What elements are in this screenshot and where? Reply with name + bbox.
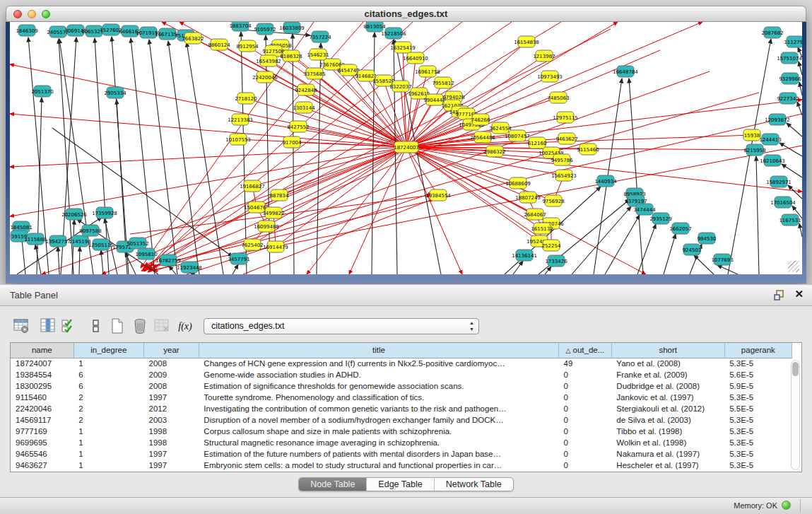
column-header-out_de[interactable]: △out_de... — [559, 343, 612, 358]
table-scrollbar[interactable] — [791, 360, 800, 470]
table-cell[interactable]: 0 — [559, 460, 612, 471]
table-cell[interactable]: 49 — [559, 358, 612, 369]
table-cell[interactable]: 5.3E-5 — [724, 437, 792, 448]
table-cell[interactable]: Tourette syndrome. Phenomenology and cla… — [199, 392, 558, 403]
graph-node[interactable]: 9756928 — [542, 195, 564, 206]
tab-node-table[interactable]: Node Table — [299, 478, 366, 491]
table-cell[interactable]: 1 — [73, 426, 143, 437]
graph-node[interactable]: 9105972 — [254, 23, 276, 35]
table-cell[interactable]: Dudbridge et al. (2008) — [611, 380, 724, 392]
table-row[interactable]: 1938455462009Genome-wide association stu… — [11, 369, 792, 380]
table-cell[interactable]: 9465546 — [11, 448, 73, 460]
float-panel-icon[interactable] — [774, 290, 785, 301]
table-cell[interactable]: 19384554 — [11, 369, 73, 380]
graph-node[interactable]: 1662057 — [669, 223, 691, 234]
graph-node[interactable]: 16961758 — [415, 66, 440, 77]
table-cell[interactable]: 1 — [73, 358, 143, 369]
function-builder-icon[interactable]: f(x) — [175, 317, 195, 337]
graph-node[interactable]: 9495786 — [551, 154, 573, 165]
table-cell[interactable]: Investigating the contribution of common… — [199, 403, 558, 414]
graph-node[interactable]: 12213383 — [228, 114, 253, 125]
table-cell[interactable]: 5.3E-5 — [724, 358, 792, 369]
graph-node[interactable]: 1095810 — [135, 248, 157, 259]
graph-node[interactable]: 1546231 — [307, 49, 329, 60]
close-window-button[interactable] — [13, 10, 22, 18]
table-cell[interactable]: 5.3E-5 — [724, 414, 792, 426]
table-cell[interactable]: 5.9E-5 — [724, 380, 792, 392]
tab-edge-table[interactable]: Edge Table — [366, 478, 433, 491]
table-cell[interactable]: 2008 — [144, 380, 199, 392]
column-header-title[interactable]: title — [199, 343, 558, 358]
tab-network-table[interactable]: Network Table — [434, 478, 513, 491]
graph-node[interactable]: 16640910 — [403, 52, 428, 64]
table-cell[interactable]: 0 — [559, 369, 612, 380]
graph-node[interactable]: 1440934 — [594, 175, 617, 187]
delete-table-icon[interactable] — [152, 317, 172, 337]
table-cell[interactable]: Wolkin et al. (1998) — [611, 437, 724, 448]
table-cell[interactable]: 2003 — [144, 414, 199, 426]
create-column-icon[interactable] — [107, 317, 127, 337]
table-cell[interactable]: 1997 — [144, 460, 199, 471]
graph-node[interactable]: 20206526 — [61, 209, 87, 220]
graph-node[interactable]: 9463627 — [555, 133, 577, 144]
graph-node[interactable]: 2087682 — [761, 27, 783, 38]
table-cell[interactable]: Estimation of the future numbers of pati… — [199, 448, 558, 460]
graph-node[interactable]: 22420046 — [252, 71, 278, 83]
table-cell[interactable]: Estimation of significance thresholds fo… — [199, 380, 558, 392]
graph-node[interactable]: 2935129 — [649, 213, 671, 224]
table-row[interactable]: 1456911722003Disruption of a novel membe… — [11, 414, 792, 426]
table-cell[interactable]: 0 — [559, 380, 612, 392]
graph-node[interactable]: 8427552 — [287, 121, 309, 132]
table-cell[interactable]: 0 — [559, 414, 612, 426]
close-panel-icon[interactable]: ✕ — [794, 288, 804, 300]
table-cell[interactable]: 5.6E-5 — [724, 369, 792, 380]
graph-node[interactable]: 2051370 — [31, 86, 53, 97]
graph-node[interactable]: 3624554 — [489, 122, 512, 134]
graph-node[interactable]: 917004 — [283, 136, 302, 148]
graph-node[interactable]: 8860124 — [208, 39, 230, 50]
column-header-year[interactable]: year — [144, 343, 199, 358]
graph-node[interactable]: 1303144 — [293, 102, 315, 113]
table-cell[interactable]: 5.3E-5 — [724, 426, 792, 437]
graph-node[interactable]: 12093872 — [765, 114, 790, 125]
table-cell[interactable]: 5.3E-5 — [724, 448, 792, 460]
graph-node[interactable]: 8912954 — [236, 40, 259, 52]
column-header-pagerank[interactable]: pagerank — [724, 343, 792, 358]
table-row[interactable]: 1830029562008Estimation of significance … — [11, 380, 792, 392]
table-cell[interactable]: Structural magnetic resonance image aver… — [199, 437, 558, 448]
graph-node[interactable]: 1115688 — [24, 233, 46, 245]
table-selector-dropdown[interactable]: citations_edges.txt ▲▼ — [204, 318, 479, 334]
table-cell[interactable]: 1997 — [144, 448, 199, 460]
table-cell[interactable]: 18300295 — [11, 380, 73, 392]
delete-columns-icon[interactable] — [130, 317, 150, 337]
graph-node[interactable]: 8186328 — [280, 50, 302, 62]
table-cell[interactable]: 9777169 — [11, 426, 73, 437]
graph-node[interactable]: 12975115 — [553, 112, 578, 123]
table-cell[interactable]: 2 — [73, 403, 143, 414]
show-columns-icon[interactable] — [38, 317, 58, 337]
graph-node[interactable]: 19166827 — [240, 180, 265, 192]
graph-node[interactable]: 2905334 — [104, 87, 126, 98]
graph-node[interactable]: 14136141 — [512, 250, 537, 261]
graph-node[interactable]: 10688609 — [505, 177, 531, 189]
graph-node[interactable]: 252254 — [542, 240, 561, 251]
table-row[interactable]: 977716911998Corpus callosum shape and si… — [11, 426, 792, 437]
table-cell[interactable]: de Silva et al. (2003) — [611, 414, 724, 426]
table-row[interactable]: 1872400712008Changes of HCN gene express… — [11, 358, 792, 369]
table-cell[interactable]: 9463627 — [11, 460, 73, 471]
scrollbar-thumb[interactable] — [792, 362, 799, 376]
graph-node[interactable]: 16210643 — [760, 155, 785, 166]
graph-node[interactable]: 746266 — [471, 114, 490, 125]
graph-node[interactable]: 16648784 — [613, 66, 638, 77]
network-window[interactable]: citations_edges.txt 18463092405572306914… — [6, 6, 806, 284]
graph-node[interactable]: 7357224 — [309, 31, 331, 42]
graph-node[interactable]: 2986322 — [483, 146, 505, 157]
graph-node[interactable]: 2684067 — [524, 209, 546, 220]
graph-node[interactable]: 16033809 — [279, 22, 305, 33]
graph-node[interactable]: 9242848 — [295, 84, 317, 95]
table-row[interactable]: 2242004622012Investigating the contribut… — [11, 403, 792, 414]
table-cell[interactable]: 0 — [559, 437, 612, 448]
graph-node[interactable]: 3474444 — [633, 204, 656, 215]
table-cell[interactable]: 2 — [73, 414, 143, 426]
graph-node[interactable]: 18724007 — [394, 141, 419, 153]
